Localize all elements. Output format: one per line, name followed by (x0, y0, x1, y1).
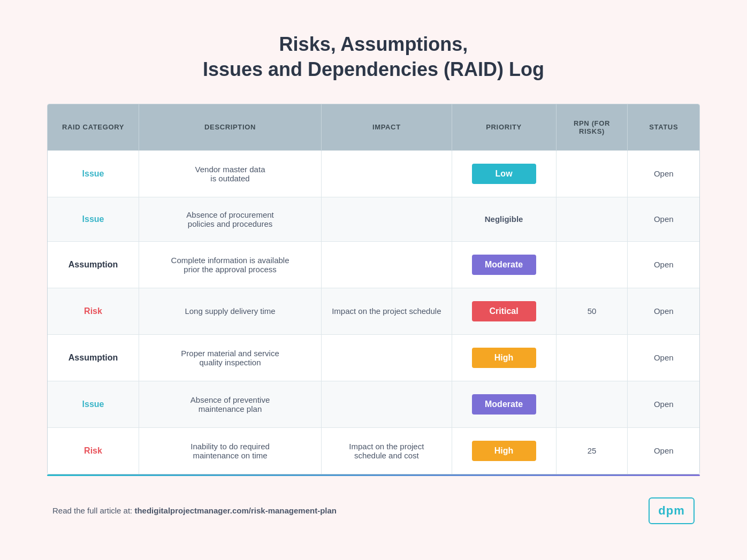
header-description: DESCRIPTION (139, 104, 322, 151)
page-container: Risks, Assumptions, Issues and Dependenc… (11, 11, 736, 560)
cell-category: Issue (48, 381, 139, 427)
page-title: Risks, Assumptions, Issues and Dependenc… (203, 32, 544, 82)
cell-rpn (556, 381, 628, 427)
cell-priority: High (452, 427, 556, 474)
table-row: AssumptionProper material and servicequa… (48, 334, 699, 381)
cell-description: Inability to do requiredmaintenance on t… (139, 427, 322, 474)
cell-impact (322, 334, 452, 381)
footer-divider (47, 474, 700, 476)
raid-table: RAID CATEGORY DESCRIPTION IMPACT PRIORIT… (48, 104, 699, 474)
cell-impact: Impact on the projectschedule and cost (322, 427, 452, 474)
dpm-logo: dpm (649, 497, 695, 524)
table-row: IssueVendor master datais outdatedLowOpe… (48, 150, 699, 197)
cell-category: Assumption (48, 241, 139, 288)
cell-rpn: 25 (556, 427, 628, 474)
cell-rpn (556, 241, 628, 288)
cell-description: Vendor master datais outdated (139, 150, 322, 197)
cell-status: Open (628, 381, 699, 427)
cell-rpn (556, 150, 628, 197)
cell-description: Long supply delivery time (139, 288, 322, 334)
cell-description: Absence of preventivemaintenance plan (139, 381, 322, 427)
cell-description: Complete information is availableprior t… (139, 241, 322, 288)
cell-category: Risk (48, 427, 139, 474)
cell-category: Issue (48, 197, 139, 241)
table-row: IssueAbsence of preventivemaintenance pl… (48, 381, 699, 427)
cell-category: Risk (48, 288, 139, 334)
table-row: IssueAbsence of procurementpolicies and … (48, 197, 699, 241)
cell-description: Proper material and servicequality inspe… (139, 334, 322, 381)
cell-rpn (556, 197, 628, 241)
cell-impact (322, 381, 452, 427)
cell-rpn: 50 (556, 288, 628, 334)
cell-status: Open (628, 288, 699, 334)
table-row: AssumptionComplete information is availa… (48, 241, 699, 288)
header-status: STATUS (628, 104, 699, 151)
cell-status: Open (628, 427, 699, 474)
cell-category: Assumption (48, 334, 139, 381)
cell-priority: Low (452, 150, 556, 197)
table-row: RiskInability to do requiredmaintenance … (48, 427, 699, 474)
header-impact: IMPACT (322, 104, 452, 151)
cell-priority: Negligible (452, 197, 556, 241)
cell-priority: Moderate (452, 381, 556, 427)
cell-impact (322, 197, 452, 241)
raid-table-wrapper: RAID CATEGORY DESCRIPTION IMPACT PRIORIT… (47, 104, 700, 474)
cell-status: Open (628, 197, 699, 241)
cell-impact (322, 150, 452, 197)
cell-priority: Moderate (452, 241, 556, 288)
cell-priority: High (452, 334, 556, 381)
cell-category: Issue (48, 150, 139, 197)
footer-text: Read the full article at: thedigitalproj… (52, 506, 337, 515)
cell-priority: Critical (452, 288, 556, 334)
cell-rpn (556, 334, 628, 381)
footer: Read the full article at: thedigitalproj… (47, 497, 700, 524)
cell-impact: Impact on the project schedule (322, 288, 452, 334)
cell-status: Open (628, 150, 699, 197)
header-priority: PRIORITY (452, 104, 556, 151)
header-rpn: RPN (FOR RISKS) (556, 104, 628, 151)
cell-description: Absence of procurementpolicies and proce… (139, 197, 322, 241)
table-row: RiskLong supply delivery timeImpact on t… (48, 288, 699, 334)
cell-impact (322, 241, 452, 288)
header-raid-category: RAID CATEGORY (48, 104, 139, 151)
cell-status: Open (628, 241, 699, 288)
table-header-row: RAID CATEGORY DESCRIPTION IMPACT PRIORIT… (48, 104, 699, 151)
cell-status: Open (628, 334, 699, 381)
